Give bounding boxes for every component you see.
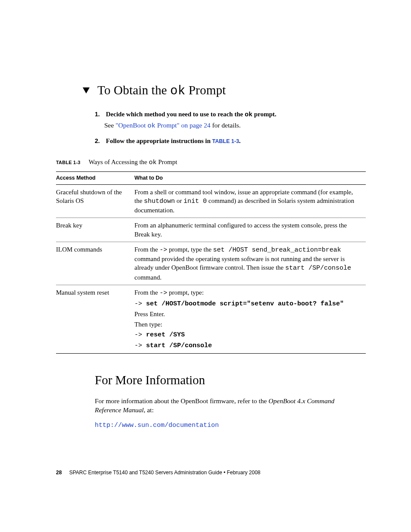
cell-method: Break key (56, 218, 134, 242)
col-header-method: Access Method (56, 171, 134, 184)
col-header-todo: What to Do (134, 171, 366, 184)
cell-method: ILOM commands (56, 242, 134, 285)
step-lead: Decide which method you need to use to r… (106, 111, 277, 118)
for-more-body: For more information about the OpenBoot … (95, 397, 340, 430)
step-number: 2. (95, 137, 104, 145)
table-caption-label: TABLE 1-3 (56, 160, 81, 165)
cell-todo: From an alphanumeric terminal configured… (134, 218, 366, 242)
access-methods-table: Access Method What to Do Graceful shutdo… (56, 171, 366, 354)
for-more-para: For more information about the OpenBoot … (95, 397, 340, 415)
cell-method: Manual system reset (56, 285, 134, 354)
cell-todo: From the -> prompt, type: -> set /HOST/b… (134, 285, 366, 354)
command-line: -> set /HOST/bootmode script="setenv aut… (134, 299, 361, 308)
content-area: To Obtain the ok Prompt 1. Decide which … (56, 82, 366, 436)
for-more-heading: For More Information (95, 372, 366, 389)
step-number: 1. (95, 110, 104, 118)
command-line: -> start /SP/console (134, 341, 361, 350)
table-caption: TABLE 1-3 Ways of Accessing the ok Promp… (56, 158, 366, 167)
title-post: Prompt (185, 83, 226, 97)
documentation-url-link[interactable]: http://www.sun.com/documentation (95, 422, 219, 429)
title-code: ok (170, 84, 185, 98)
table-xref-link[interactable]: TABLE 1-3 (212, 138, 239, 144)
table-row: Graceful shutdown of the Solaris OS From… (56, 184, 366, 218)
step-subtext: See "OpenBoot ok Prompt" on page 24 for … (104, 121, 340, 131)
table-row: ILOM commands From the -> prompt, type t… (56, 242, 366, 285)
title-pre: To Obtain the (97, 83, 170, 97)
step-1: 1. Decide which method you need to use t… (95, 110, 340, 131)
then-type-text: Then type: (134, 320, 361, 329)
press-enter-text: Press Enter. (134, 310, 361, 318)
svg-marker-0 (83, 87, 90, 93)
cell-method: Graceful shutdown of the Solaris OS (56, 184, 134, 218)
footer-text: SPARC Enterprise T5140 and T5240 Servers… (69, 470, 261, 476)
section-title: To Obtain the ok Prompt (56, 82, 366, 100)
cell-todo: From a shell or command tool window, iss… (134, 184, 366, 218)
page-number: 28 (56, 470, 62, 476)
step-list: 1. Decide which method you need to use t… (95, 110, 340, 145)
cell-todo: From the -> prompt, type the set /HOST s… (134, 242, 366, 285)
triangle-down-icon (82, 82, 90, 99)
xref-link[interactable]: "OpenBoot ok Prompt" on page 24 (115, 121, 210, 129)
table-row: Break key From an alphanumeric terminal … (56, 218, 366, 242)
step-lead: Follow the appropriate instructions in T… (106, 137, 241, 144)
table-caption-text: Ways of Accessing the ok Prompt (89, 159, 177, 165)
title-text: To Obtain the ok Prompt (97, 82, 226, 100)
page-footer: 28 SPARC Enterprise T5140 and T5240 Serv… (56, 469, 260, 476)
table-row: Manual system reset From the -> prompt, … (56, 285, 366, 354)
page: To Obtain the ok Prompt 1. Decide which … (0, 0, 411, 532)
command-line: -> reset /SYS (134, 330, 361, 339)
step-2: 2. Follow the appropriate instructions i… (95, 137, 340, 145)
